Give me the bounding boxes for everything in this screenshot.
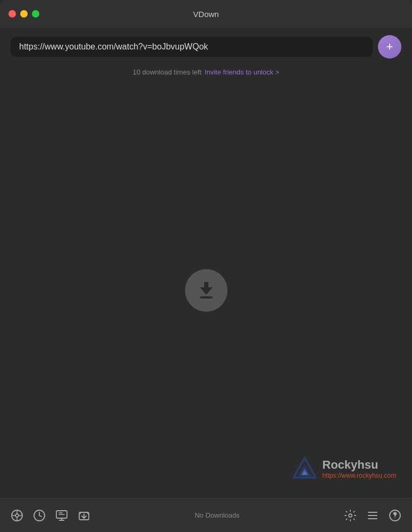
list-icon[interactable]: [366, 509, 379, 522]
downloads-left-text: 10 download times left: [133, 68, 201, 76]
help-icon[interactable]: [389, 509, 401, 522]
svg-rect-1: [200, 296, 213, 298]
title-bar: VDown: [0, 0, 412, 28]
add-button[interactable]: +: [378, 35, 401, 59]
svg-point-7: [15, 514, 19, 517]
url-bar-row: +: [11, 35, 401, 59]
bottom-bar: No Downloads: [0, 498, 412, 532]
url-input[interactable]: [19, 42, 364, 52]
settings-icon[interactable]: [344, 509, 357, 522]
invite-link[interactable]: Invite friends to unlock >: [205, 68, 280, 76]
queue-icon[interactable]: [55, 509, 68, 522]
main-content: Rockyhsu https://www.rockyhsu.com: [0, 82, 412, 498]
traffic-lights: [9, 10, 39, 18]
watermark: Rockyhsu https://www.rockyhsu.com: [291, 455, 396, 482]
watermark-brand: Rockyhsu: [322, 458, 396, 472]
svg-point-25: [394, 517, 396, 518]
watermark-url: https://www.rockyhsu.com: [322, 472, 396, 479]
url-input-wrapper: [11, 37, 373, 57]
watermark-logo-icon: [291, 455, 318, 482]
maximize-button[interactable]: [32, 10, 39, 18]
svg-marker-0: [200, 282, 213, 295]
download-icon: [195, 279, 218, 302]
url-area: +: [0, 28, 412, 64]
minimize-button[interactable]: [20, 10, 28, 18]
download-icon-circle: [185, 269, 228, 312]
bottom-right-icons: [344, 509, 401, 522]
svg-point-20: [349, 514, 352, 517]
app-title: VDown: [193, 10, 218, 19]
browser-icon[interactable]: [11, 509, 23, 522]
close-button[interactable]: [9, 10, 16, 18]
no-downloads-label: No Downloads: [195, 511, 240, 519]
downloads-info: 10 download times left Invite friends to…: [0, 64, 412, 82]
bottom-left-icons: [11, 509, 90, 522]
history-icon[interactable]: [33, 509, 46, 522]
watermark-text-group: Rockyhsu https://www.rockyhsu.com: [322, 458, 396, 479]
downloads-folder-icon[interactable]: [78, 509, 90, 522]
plus-icon: +: [386, 41, 393, 53]
